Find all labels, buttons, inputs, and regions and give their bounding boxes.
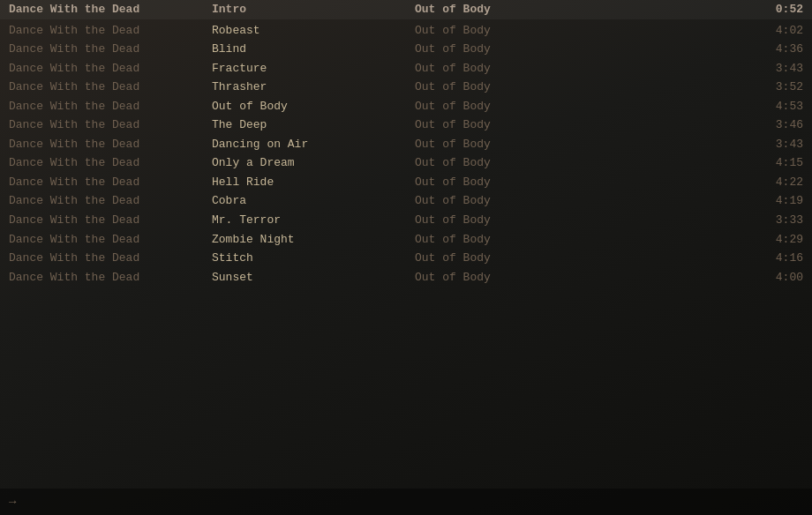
track-title: Out of Body (212, 99, 415, 115)
track-album: Out of Body (415, 250, 618, 266)
track-title: Thrasher (212, 79, 415, 95)
table-row[interactable]: Dance With the DeadStitchOut of Body4:16 (0, 249, 812, 268)
track-artist: Dance With the Dead (9, 175, 212, 190)
track-duration: 3:43 (618, 137, 803, 153)
table-row[interactable]: Dance With the DeadFractureOut of Body3:… (0, 59, 812, 78)
track-artist: Dance With the Dead (9, 270, 212, 286)
track-title: Sunset (212, 270, 415, 286)
table-row[interactable]: Dance With the DeadHell RideOut of Body4… (0, 173, 812, 192)
track-artist: Dance With the Dead (9, 137, 212, 153)
bottom-bar: → (0, 489, 812, 515)
table-row[interactable]: Dance With the DeadThe DeepOut of Body3:… (0, 116, 812, 135)
track-list: Dance With the Dead Intro Out of Body 0:… (0, 0, 812, 287)
track-album: Out of Body (415, 41, 618, 57)
header-duration: 0:52 (618, 2, 803, 18)
track-title: Mr. Terror (212, 213, 415, 228)
table-row[interactable]: Dance With the DeadOut of BodyOut of Bod… (0, 97, 812, 116)
track-album: Out of Body (415, 155, 618, 171)
track-artist: Dance With the Dead (9, 23, 212, 39)
track-album: Out of Body (415, 61, 618, 77)
track-duration: 4:02 (618, 23, 803, 39)
table-row[interactable]: Dance With the DeadSunsetOut of Body4:00 (0, 268, 812, 287)
table-row[interactable]: Dance With the DeadCobraOut of Body4:19 (0, 191, 812, 211)
table-row[interactable]: Dance With the DeadMr. TerrorOut of Body… (0, 211, 812, 230)
table-row[interactable]: Dance With the DeadZombie NightOut of Bo… (0, 230, 812, 250)
track-title: Cobra (212, 193, 415, 209)
track-title: Dancing on Air (212, 137, 415, 153)
track-duration: 4:53 (618, 99, 803, 115)
track-duration: 3:52 (618, 79, 803, 95)
table-row[interactable]: Dance With the DeadOnly a DreamOut of Bo… (0, 153, 812, 173)
track-duration: 3:43 (618, 61, 803, 77)
track-title: Only a Dream (212, 155, 415, 171)
track-duration: 3:33 (618, 213, 803, 228)
track-artist: Dance With the Dead (9, 117, 212, 133)
track-album: Out of Body (415, 232, 618, 248)
header-title: Intro (212, 2, 415, 18)
header-artist: Dance With the Dead (9, 2, 212, 18)
track-album: Out of Body (415, 175, 618, 190)
track-artist: Dance With the Dead (9, 61, 212, 77)
track-title: The Deep (212, 117, 415, 133)
track-artist: Dance With the Dead (9, 193, 212, 209)
track-duration: 4:29 (618, 232, 803, 248)
track-artist: Dance With the Dead (9, 155, 212, 171)
track-list-header: Dance With the Dead Intro Out of Body 0:… (0, 0, 812, 19)
track-duration: 4:16 (618, 250, 803, 266)
track-duration: 4:15 (618, 155, 803, 171)
track-duration: 4:36 (618, 41, 803, 57)
track-album: Out of Body (415, 117, 618, 133)
track-album: Out of Body (415, 213, 618, 228)
table-row[interactable]: Dance With the DeadDancing on AirOut of … (0, 135, 812, 154)
header-album: Out of Body (415, 2, 618, 18)
track-title: Blind (212, 41, 415, 57)
track-album: Out of Body (415, 270, 618, 286)
table-row[interactable]: Dance With the DeadRobeastOut of Body4:0… (0, 21, 812, 41)
track-artist: Dance With the Dead (9, 99, 212, 115)
arrow-icon: → (9, 495, 16, 509)
track-duration: 4:00 (618, 270, 803, 286)
track-title: Stitch (212, 250, 415, 266)
track-album: Out of Body (415, 99, 618, 115)
track-artist: Dance With the Dead (9, 79, 212, 95)
track-artist: Dance With the Dead (9, 232, 212, 248)
track-title: Zombie Night (212, 232, 415, 248)
track-title: Hell Ride (212, 175, 415, 190)
track-album: Out of Body (415, 193, 618, 209)
track-duration: 3:46 (618, 117, 803, 133)
table-row[interactable]: Dance With the DeadThrasherOut of Body3:… (0, 78, 812, 97)
track-artist: Dance With the Dead (9, 213, 212, 228)
track-duration: 4:22 (618, 175, 803, 190)
track-artist: Dance With the Dead (9, 250, 212, 266)
track-album: Out of Body (415, 137, 618, 153)
track-artist: Dance With the Dead (9, 41, 212, 57)
track-title: Fracture (212, 61, 415, 77)
track-duration: 4:19 (618, 193, 803, 209)
table-row[interactable]: Dance With the DeadBlindOut of Body4:36 (0, 40, 812, 59)
track-album: Out of Body (415, 23, 618, 39)
track-title: Robeast (212, 23, 415, 39)
track-album: Out of Body (415, 79, 618, 95)
